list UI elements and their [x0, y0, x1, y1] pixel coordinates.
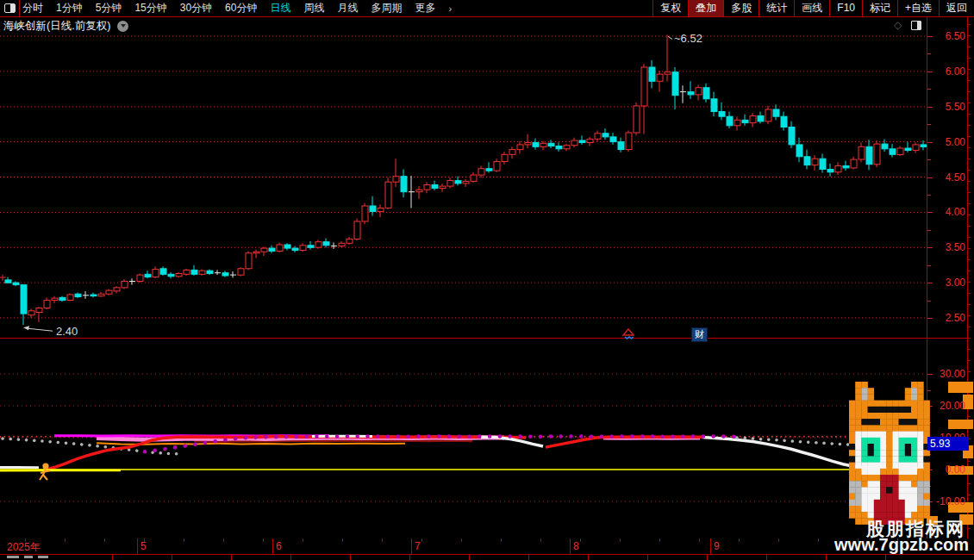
price-tick [927, 107, 933, 108]
scrollbar-tick [968, 226, 971, 227]
tool-button-7[interactable]: +自选 [897, 0, 939, 16]
tool-button-6[interactable]: 标记 [862, 0, 897, 16]
watermark-url: www.7gpzb.com [834, 535, 969, 555]
bottom-tick [112, 555, 113, 560]
price-tick [927, 124, 931, 125]
price-label: 2.50 [927, 312, 965, 324]
menu-item-2[interactable]: 5分钟 [96, 1, 122, 16]
price-label: 3.50 [927, 241, 965, 253]
finance-badge[interactable]: 财 [691, 327, 708, 342]
week-tick [818, 538, 819, 542]
scrollbar-tick [968, 271, 971, 271]
week-tick [184, 538, 184, 542]
scrollbar-tick [968, 293, 971, 294]
menu-item-0[interactable]: 分时 [22, 1, 43, 16]
price-tick [927, 195, 931, 196]
menu-item-5[interactable]: 60分钟 [225, 1, 257, 16]
week-tick [382, 538, 383, 542]
menu-item-6[interactable]: 日线 [270, 1, 290, 16]
week-tick [303, 538, 303, 542]
price-tick [927, 159, 931, 160]
menu-item-10[interactable]: 更多 [415, 1, 435, 16]
week-tick [65, 538, 66, 542]
bottom-tick [826, 555, 827, 560]
scrollbar-tick [968, 35, 971, 36]
price-label: 5.00 [927, 136, 965, 148]
runner-signal-icon [40, 464, 50, 480]
price-label: 5.50 [927, 101, 965, 113]
indicator-canvas[interactable] [0, 358, 927, 538]
week-tick [104, 538, 105, 542]
clipped-text [7, 556, 19, 558]
week-tick [461, 538, 462, 542]
menu-item-9[interactable]: 多周期 [371, 1, 402, 16]
x-axis-label: 6 [276, 540, 282, 552]
week-tick [739, 538, 740, 542]
month-separator [411, 538, 412, 554]
more-arrow-icon[interactable]: › [448, 3, 452, 14]
tool-button-1[interactable]: 叠加 [688, 0, 723, 16]
scrollbar-tick [968, 349, 971, 350]
tool-button-2[interactable]: 多股 [723, 0, 759, 16]
week-tick [144, 538, 145, 542]
tool-button-8[interactable]: 返回 [939, 0, 974, 16]
top-menu-bar: 分时1分钟5分钟15分钟30分钟60分钟日线周线月线多周期更多› 复权叠加多股统… [0, 0, 974, 16]
signal-triangle-icon[interactable] [621, 328, 635, 339]
indicator-scale-label: 20.00 [927, 400, 965, 412]
price-tick [927, 265, 931, 266]
scrollbar-tick [968, 103, 971, 103]
trading-app-window: 分时1分钟5分钟15分钟30分钟60分钟日线周线月线多周期更多› 复权叠加多股统… [0, 0, 974, 560]
svg-text:~6.52: ~6.52 [674, 32, 702, 45]
price-tick [927, 230, 931, 231]
price-tick [927, 318, 933, 319]
scrollbar-tick [968, 315, 971, 316]
scrollbar-tick [968, 237, 971, 238]
x-axis: 2025年56789 [0, 538, 974, 555]
scrollbar-tick [968, 192, 971, 193]
price-label: 6.50 [927, 30, 965, 42]
menu-item-3[interactable]: 15分钟 [134, 1, 166, 16]
bottom-tick [172, 555, 172, 560]
price-tick [927, 283, 933, 283]
price-tick [927, 177, 933, 178]
bottom-tick [290, 555, 291, 560]
indicator-scale-label: 0.00 [927, 464, 965, 476]
menu-item-4[interactable]: 30分钟 [180, 1, 212, 16]
bottom-strip [0, 555, 974, 560]
bottom-tick [647, 555, 648, 560]
bottom-tick [885, 555, 886, 560]
menu-item-7[interactable]: 周线 [303, 1, 324, 16]
scrollbar-tick [968, 147, 971, 148]
scrollbar-tick [968, 338, 971, 339]
main-chart-canvas[interactable]: ~6.522.40 [0, 17, 927, 339]
bottom-tick [766, 555, 767, 560]
month-separator [710, 538, 711, 554]
menu-item-8[interactable]: 月线 [337, 1, 358, 16]
week-tick [223, 538, 224, 542]
week-tick [263, 538, 264, 542]
month-separator [137, 538, 138, 554]
tool-button-3[interactable]: 统计 [759, 0, 794, 16]
week-tick [501, 538, 502, 542]
price-axis: 6.506.005.505.004.504.003.503.002.50 [927, 17, 968, 338]
scrollbar-tick [968, 136, 971, 137]
tool-button-0[interactable]: 复权 [652, 0, 688, 16]
scrollbar-tick [968, 327, 971, 327]
bottom-tick [588, 555, 589, 560]
bottom-tick [350, 555, 351, 560]
menu-item-1[interactable]: 1分钟 [56, 1, 83, 16]
tool-button-5[interactable]: F10 [829, 0, 862, 16]
window-icon [4, 3, 16, 13]
bottom-tick [707, 555, 708, 560]
tool-button-4[interactable]: 画线 [794, 0, 829, 16]
scrollbar-tick [968, 259, 971, 260]
scrollbar-tick [968, 114, 971, 115]
window-button[interactable] [0, 0, 20, 16]
scrollbar-tick [968, 371, 971, 372]
scrollbar-tick [968, 24, 971, 25]
price-tick [927, 301, 931, 302]
x-axis-label: 2025年 [7, 540, 41, 555]
x-axis-label: 9 [714, 540, 720, 552]
scrollbar-tick [968, 170, 971, 171]
scrollbar-tick [968, 80, 971, 81]
